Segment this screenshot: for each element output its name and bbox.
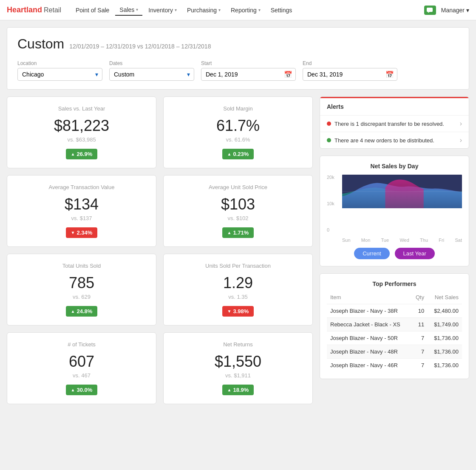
page-date-range: 12/01/2019 – 12/31/2019 vs 12/01/2018 – …	[69, 43, 211, 50]
reporting-chevron-icon: ▾	[258, 8, 261, 12]
alert-text: There are 4 new orders to be distributed…	[334, 137, 434, 144]
svg-marker-1	[428, 12, 430, 13]
chat-icon[interactable]	[424, 6, 436, 15]
metric-badge: 2.34%	[66, 227, 98, 238]
alerts-header: Alerts	[320, 97, 469, 115]
metric-value: 61.7%	[216, 117, 260, 135]
metric-value: $103	[221, 195, 255, 213]
performer-item: Joseph Blazer - Navy - 46R	[327, 359, 411, 372]
nav-item-settings[interactable]: Settings	[266, 5, 297, 15]
metric-card-1: Sold Margin 61.7% vs. 61.6% 0.23%	[163, 96, 313, 168]
start-date-input[interactable]	[201, 68, 296, 81]
alert-text: There is 1 discrepant transfer to be res…	[334, 121, 444, 127]
alerts-list: There is 1 discrepant transfer to be res…	[320, 115, 469, 148]
metric-badge: 30.0%	[66, 385, 98, 395]
alert-dot-icon	[327, 122, 331, 126]
chart-svg	[342, 175, 462, 208]
page-header: Custom 12/01/2019 – 12/31/2019 vs 12/01/…	[7, 27, 469, 90]
performer-qty: 7	[411, 345, 428, 359]
main-content: Custom 12/01/2019 – 12/31/2019 vs 12/01/…	[0, 20, 476, 411]
location-filter-group: Location Chicago	[17, 60, 102, 81]
metric-value: 607	[69, 353, 94, 371]
brand: Heartland Retail	[7, 6, 61, 14]
metric-label: Net Returns	[223, 341, 252, 348]
dates-select[interactable]: Custom	[109, 68, 194, 81]
start-calendar-icon[interactable]: 📅	[284, 71, 292, 79]
table-row: Joseph Blazer - Navy - 38R 10 $2,480.00	[327, 304, 462, 318]
chart-card: Net Sales by Day 20k 10k 0	[320, 156, 469, 266]
metric-label: Sold Margin	[223, 105, 252, 112]
metric-badge: 0.23%	[222, 149, 254, 159]
col-netsales: Net Sales	[428, 292, 462, 304]
metric-vs: vs. 467	[73, 372, 91, 379]
page-title-row: Custom 12/01/2019 – 12/31/2019 vs 12/01/…	[17, 36, 459, 52]
chart-buttons: Current Last Year	[327, 248, 462, 259]
metric-value: $81,223	[54, 117, 109, 135]
metric-value: $134	[65, 195, 99, 213]
alert-item-1[interactable]: There are 4 new orders to be distributed…	[320, 132, 469, 148]
end-calendar-icon[interactable]: 📅	[385, 71, 394, 79]
performers-table: Item Qty Net Sales Joseph Blazer - Navy …	[327, 292, 462, 372]
chart-y-labels: 20k 10k 0	[327, 175, 340, 232]
metric-vs: vs. 1.35	[228, 294, 248, 300]
metric-value: $1,550	[215, 353, 261, 371]
metrics-grid: Sales vs. Last Year $81,223 vs. $63,985 …	[7, 96, 313, 404]
col-qty: Qty	[411, 292, 428, 304]
end-date-input[interactable]	[303, 68, 397, 81]
alert-item-0[interactable]: There is 1 discrepant transfer to be res…	[320, 115, 469, 132]
manager-chevron-icon: ▾	[466, 7, 469, 14]
performer-netsales: $1,736.00	[428, 359, 462, 372]
metric-label: # of Tickets	[68, 341, 96, 348]
nav-item-reporting[interactable]: Reporting ▾	[227, 5, 265, 15]
performer-item: Joseph Blazer - Navy - 50R	[327, 331, 411, 345]
filter-row: Location Chicago Dates Custom Start	[17, 60, 459, 81]
table-row: Joseph Blazer - Navy - 48R 7 $1,736.00	[327, 345, 462, 359]
nav-items: Point of Sale Sales ▾ Inventory ▾ Purcha…	[71, 5, 424, 16]
nav-right: Manager ▾	[424, 6, 469, 15]
brand-heartland: Heartland	[7, 6, 42, 14]
performer-item: Rebecca Jacket - Black - XS	[327, 318, 411, 331]
location-select[interactable]: Chicago	[17, 68, 102, 81]
current-button[interactable]: Current	[354, 248, 389, 259]
location-select-wrapper: Chicago	[17, 68, 102, 81]
performer-item: Joseph Blazer - Navy - 48R	[327, 345, 411, 359]
content-grid: Sales vs. Last Year $81,223 vs. $63,985 …	[7, 96, 469, 404]
performer-qty: 7	[411, 359, 428, 372]
metric-value: 1.29	[223, 274, 253, 292]
nav-item-purchasing[interactable]: Purchasing ▾	[183, 5, 225, 15]
sales-chevron-icon: ▾	[136, 7, 138, 12]
metric-card-5: Units Sold Per Transaction 1.29 vs. 1.35…	[163, 254, 313, 326]
nav-item-inventory[interactable]: Inventory ▾	[144, 5, 181, 15]
dates-label: Dates	[109, 60, 194, 66]
chart-title: Net Sales by Day	[327, 163, 462, 170]
metric-badge: 24.8%	[66, 306, 98, 317]
dates-filter-group: Dates Custom	[109, 60, 194, 81]
metric-card-7: Net Returns $1,550 vs. $1,911 18.9%	[163, 332, 313, 404]
page-title: Custom	[17, 36, 64, 52]
navbar: Heartland Retail Point of Sale Sales ▾ I…	[0, 0, 476, 20]
col-item: Item	[327, 292, 411, 304]
location-label: Location	[17, 60, 102, 66]
table-row: Joseph Blazer - Navy - 50R 7 $1,736.00	[327, 331, 462, 345]
end-input-wrapper: 📅	[303, 68, 397, 81]
metric-value: 785	[69, 274, 94, 292]
table-row: Joseph Blazer - Navy - 46R 7 $1,736.00	[327, 359, 462, 372]
end-label: End	[303, 60, 397, 66]
metric-card-0: Sales vs. Last Year $81,223 vs. $63,985 …	[7, 96, 156, 168]
nav-item-point-of-sale[interactable]: Point of Sale	[71, 5, 113, 15]
last-year-button[interactable]: Last Year	[395, 248, 435, 259]
metric-badge: 18.9%	[222, 385, 254, 395]
manager-button[interactable]: Manager ▾	[441, 7, 469, 14]
performer-qty: 10	[411, 304, 428, 318]
metric-card-2: Average Transaction Value $134 vs. $137 …	[7, 175, 156, 247]
metric-label: Sales vs. Last Year	[58, 105, 105, 112]
alerts-card: Alerts There is 1 discrepant transfer to…	[320, 96, 469, 149]
chart-x-labels: Sun Mon Tue Wed Thu Fri Sat	[342, 238, 462, 243]
metric-card-4: Total Units Sold 785 vs. 629 24.8%	[7, 254, 156, 326]
chart-area: 20k 10k 0	[327, 175, 462, 243]
nav-item-sales[interactable]: Sales ▾	[115, 5, 142, 16]
metric-vs: vs. 61.6%	[226, 136, 250, 143]
metric-label: Units Sold Per Transaction	[205, 263, 271, 269]
alert-chevron-icon: ›	[460, 120, 462, 127]
performer-netsales: $1,736.00	[428, 331, 462, 345]
